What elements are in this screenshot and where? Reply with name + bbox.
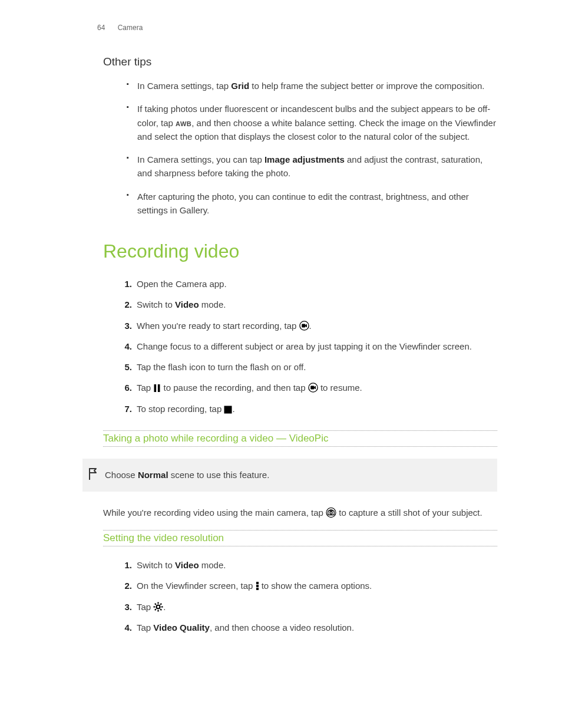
record-icon (308, 383, 318, 393)
list-item: Tap the flash icon to turn the flash on … (118, 360, 497, 374)
list-item: Tap . (118, 600, 497, 614)
svg-rect-3 (158, 384, 160, 392)
list-item: When you're ready to start recording, ta… (118, 319, 497, 332)
svg-rect-2 (154, 384, 157, 392)
svg-line-20 (155, 609, 156, 610)
list-item: After capturing the photo, you can conti… (127, 190, 497, 218)
svg-rect-12 (256, 588, 259, 590)
list-item: In Camera settings, you can tap Image ad… (127, 153, 497, 180)
list-item: Switch to Video mode. (118, 558, 497, 572)
page-header: 64 Camera (97, 24, 497, 32)
svg-line-18 (155, 603, 156, 604)
list-item: Tap to pause the recording, and then tap… (118, 381, 497, 394)
pause-icon (153, 384, 161, 393)
list-item: On the Viewfinder screen, tap to show th… (118, 579, 497, 592)
svg-rect-5 (310, 386, 314, 390)
svg-rect-6 (224, 406, 232, 413)
svg-line-19 (161, 609, 162, 610)
recording-steps: Open the Camera app. Switch to Video mod… (118, 277, 497, 416)
list-item: Open the Camera app. (118, 277, 497, 291)
section-name: Camera (118, 24, 143, 32)
stop-icon (224, 406, 232, 414)
svg-rect-10 (256, 582, 259, 584)
list-item: In Camera settings, tap Grid to help fra… (127, 79, 497, 93)
svg-point-9 (330, 512, 332, 514)
note-text: Choose Normal scene to use this feature. (105, 470, 269, 480)
recording-video-heading: Recording video (103, 241, 497, 262)
svg-rect-11 (256, 585, 259, 587)
page-number: 64 (97, 24, 105, 32)
gear-icon (153, 602, 163, 612)
other-tips-heading: Other tips (103, 55, 497, 68)
resolution-heading-wrap: Setting the video resolution (103, 530, 497, 546)
document-page: 64 Camera Other tips In Camera settings,… (0, 0, 562, 684)
svg-rect-1 (302, 324, 305, 327)
resolution-heading: Setting the video resolution (103, 532, 224, 543)
svg-line-21 (161, 603, 162, 604)
videopic-body: While you're recording video using the m… (103, 506, 497, 519)
other-tips-list: In Camera settings, tap Grid to help fra… (127, 79, 497, 217)
svg-point-13 (157, 605, 160, 608)
list-item: If taking photos under fluorescent or in… (127, 102, 497, 143)
list-item: Tap Video Quality, and then choose a vid… (118, 621, 497, 634)
resolution-steps: Switch to Video mode. On the Viewfinder … (118, 558, 497, 634)
list-item: To stop recording, tap . (118, 402, 497, 416)
videopic-heading-wrap: Taking a photo while recording a video —… (103, 430, 497, 447)
flag-icon (87, 467, 103, 483)
videopic-heading: Taking a photo while recording a video —… (103, 433, 328, 444)
record-icon (299, 321, 309, 331)
camera-shot-icon (326, 508, 336, 518)
list-item: Change focus to a different subject or a… (118, 340, 497, 353)
awb-icon: AWB (176, 120, 191, 127)
list-item: Switch to Video mode. (118, 298, 497, 311)
note-box: Choose Normal scene to use this feature. (82, 459, 497, 492)
